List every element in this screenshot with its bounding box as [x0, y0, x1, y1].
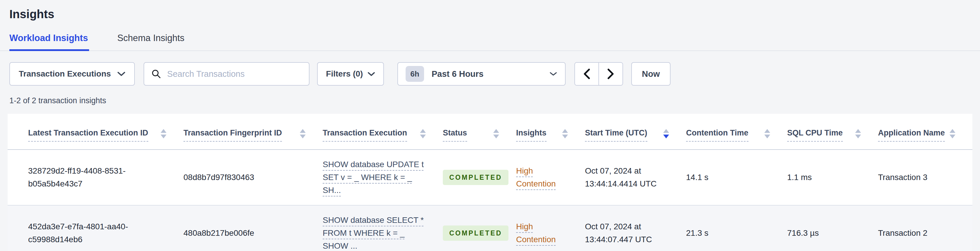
sort-icon[interactable] — [300, 129, 305, 138]
status-badge: COMPLETED — [443, 225, 509, 241]
time-range-badge: 6h — [406, 66, 424, 82]
sort-icon[interactable] — [764, 129, 770, 138]
chevron-down-icon — [368, 72, 375, 77]
page-title: Insights — [0, 0, 980, 21]
transaction-execution-link[interactable]: SHOW database SELECT * FROM t WHERE k = … — [323, 216, 424, 250]
column-header-sql-cpu-time[interactable]: SQL CPU Time — [787, 114, 878, 150]
filters-button[interactable]: Filters (0) — [317, 62, 384, 86]
insights-page: Insights Workload Insights Schema Insigh… — [0, 0, 980, 251]
time-range-label: Past 6 Hours — [432, 69, 484, 79]
transaction-execution-link[interactable]: SHOW database UPDATE t SET v = _ WHERE k… — [323, 160, 424, 195]
search-box[interactable] — [143, 62, 309, 86]
execution-type-dropdown[interactable]: Transaction Executions — [10, 62, 135, 86]
now-button[interactable]: Now — [631, 62, 670, 86]
fingerprint-id-cell: 480a8b217be006fe — [183, 205, 323, 251]
fingerprint-id-cell: 08d8b7d97f830463 — [183, 150, 323, 205]
transaction-execution-cell: SHOW database UPDATE t SET v = _ WHERE k… — [323, 150, 443, 205]
application-name-cell: Transaction 3 — [878, 150, 972, 205]
status-badge: COMPLETED — [443, 170, 509, 185]
transaction-insights-table: Latest Transaction Execution ID Transact… — [8, 114, 972, 251]
column-header-status[interactable]: Status — [443, 114, 516, 150]
column-header-latest-transaction-execution-id[interactable]: Latest Transaction Execution ID — [8, 114, 183, 150]
search-input[interactable] — [167, 69, 302, 79]
contention-time-cell: 14.1 s — [686, 150, 787, 205]
sort-icon[interactable] — [562, 129, 568, 138]
column-header-contention-time[interactable]: Contention Time — [686, 114, 787, 150]
status-cell: COMPLETED — [443, 150, 516, 205]
time-range-nav-group — [574, 62, 623, 86]
column-header-application-name[interactable]: Application Name — [878, 114, 972, 150]
table-row: 452da3e7-e7fa-4801-aa40-c59988d14eb6 480… — [8, 205, 972, 251]
sort-icon-active-desc[interactable] — [663, 129, 669, 138]
sort-icon[interactable] — [161, 129, 167, 138]
sort-icon[interactable] — [420, 129, 426, 138]
transaction-execution-cell: SHOW database SELECT * FROM t WHERE k = … — [323, 205, 443, 251]
time-range-dropdown[interactable]: 6h Past 6 Hours — [398, 62, 566, 86]
insights-cell: High Contention — [516, 150, 585, 205]
application-name-cell: Transaction 2 — [878, 205, 972, 251]
chevron-down-icon — [549, 71, 557, 77]
filters-button-label: Filters (0) — [326, 69, 363, 78]
latest-execution-id-cell: 452da3e7-e7fa-4801-aa40-c59988d14eb6 — [8, 205, 183, 251]
sort-icon[interactable] — [950, 129, 955, 138]
search-icon — [151, 69, 161, 79]
insights-cell: High Contention — [516, 205, 585, 251]
toolbar: Transaction Executions Filters (0) 6h Pa… — [10, 62, 980, 86]
results-summary: 1-2 of 2 transaction insights — [10, 96, 980, 106]
execution-type-dropdown-label: Transaction Executions — [19, 69, 111, 78]
contention-time-cell: 21.3 s — [686, 205, 787, 251]
chevron-down-icon — [117, 71, 126, 77]
tab-workload-insights[interactable]: Workload Insights — [10, 33, 89, 51]
tab-bar: Workload Insights Schema Insights — [0, 33, 980, 51]
table-row: 328729d2-ff19-4408-8531-b05a5b4e43c7 08d… — [8, 150, 972, 205]
start-time-cell: Oct 07, 2024 at 13:44:14.4414 UTC — [585, 150, 686, 205]
column-header-insights[interactable]: Insights — [516, 114, 585, 150]
column-header-transaction-execution[interactable]: Transaction Execution — [323, 114, 443, 150]
chevron-right-icon — [607, 68, 614, 80]
sort-icon[interactable] — [493, 129, 499, 138]
start-time-cell: Oct 07, 2024 at 13:44:07.447 UTC — [585, 205, 686, 251]
previous-time-range-button[interactable] — [575, 63, 598, 85]
chevron-left-icon — [583, 68, 590, 80]
column-header-start-time[interactable]: Start Time (UTC) — [585, 114, 686, 150]
latest-execution-id-cell: 328729d2-ff19-4408-8531-b05a5b4e43c7 — [8, 150, 183, 205]
now-button-label: Now — [642, 69, 660, 79]
next-time-range-button[interactable] — [598, 63, 622, 85]
sql-cpu-time-cell: 716.3 µs — [787, 205, 878, 251]
high-contention-link[interactable]: High Contention — [516, 166, 556, 188]
insights-table-card: Latest Transaction Execution ID Transact… — [8, 114, 972, 251]
high-contention-link[interactable]: High Contention — [516, 222, 556, 244]
sort-icon[interactable] — [855, 129, 861, 138]
tab-schema-insights[interactable]: Schema Insights — [117, 33, 186, 51]
status-cell: COMPLETED — [443, 205, 516, 251]
sql-cpu-time-cell: 1.1 ms — [787, 150, 878, 205]
column-header-transaction-fingerprint-id[interactable]: Transaction Fingerprint ID — [183, 114, 323, 150]
table-header-row: Latest Transaction Execution ID Transact… — [8, 114, 972, 150]
